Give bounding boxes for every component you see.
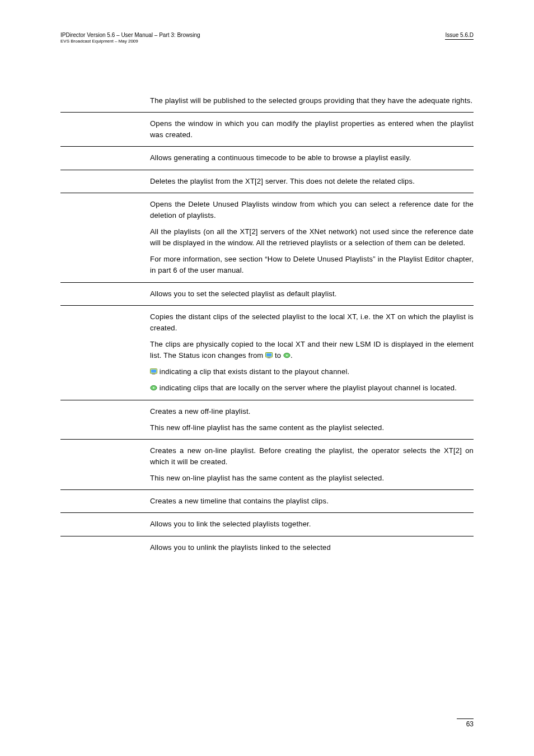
svg-point-9	[153, 388, 154, 389]
row-paragraph: Allows you to link the selected playlist…	[150, 519, 474, 530]
row-paragraph: This new on-line playlist has the same c…	[150, 473, 474, 484]
row-paragraph: All the playlists (on all the XT[2] serv…	[150, 226, 474, 249]
row-paragraph: Opens the Delete Unused Playlists window…	[150, 199, 474, 221]
content-table: The playlist will be published to the se…	[60, 90, 474, 559]
table-row: Opens the Delete Unused Playlists window…	[60, 193, 474, 283]
row-label	[60, 542, 150, 553]
table-row: Deletes the playlist from the XT[2] serv…	[60, 170, 474, 193]
row-description: The playlist will be published to the se…	[150, 95, 474, 106]
disc-icon	[150, 383, 157, 389]
header-product-line1: IPDirector Version 5.6 – User Manual – P…	[60, 31, 200, 39]
row-label	[60, 152, 150, 164]
row-paragraph: indicating a clip that exists distant to…	[150, 366, 474, 377]
disc-icon	[283, 351, 291, 357]
svg-rect-1	[266, 353, 271, 357]
svg-rect-6	[151, 370, 156, 373]
page-footer: 63	[457, 718, 474, 728]
row-paragraph: Creates a new off-line playlist.	[150, 406, 474, 417]
table-row: Allows you to set the selected playlist …	[60, 283, 474, 306]
table-row: Allows you to unlink the playlists linke…	[60, 536, 474, 559]
row-label	[60, 288, 150, 300]
svg-point-4	[286, 354, 288, 356]
row-label	[60, 496, 150, 507]
row-paragraph: This new off-line playlist has the same …	[150, 422, 474, 433]
row-label	[60, 519, 150, 530]
svg-rect-2	[268, 357, 271, 358]
row-label	[60, 95, 150, 106]
table-row: Copies the distant clips of the selected…	[60, 306, 474, 400]
row-description: Opens the window in which you can modify…	[150, 118, 474, 141]
row-paragraph: Copies the distant clips of the selected…	[150, 311, 474, 334]
row-description: Opens the Delete Unused Playlists window…	[150, 199, 474, 277]
svg-rect-7	[152, 374, 156, 375]
row-paragraph: The clips are physically copied to the l…	[150, 339, 474, 361]
row-label	[60, 118, 150, 141]
table-row: Allows you to link the selected playlist…	[60, 513, 474, 536]
table-row: Creates a new off-line playlist.This new…	[60, 400, 474, 440]
header-right: Issue 5.6.D	[445, 31, 474, 44]
row-description: Allows generating a continuous timecode …	[150, 152, 474, 164]
row-paragraph: indicating clips that are locally on the…	[150, 382, 474, 394]
row-description: Creates a new off-line playlist.This new…	[150, 406, 474, 433]
header-left: IPDirector Version 5.6 – User Manual – P…	[60, 31, 200, 44]
row-description: Allows you to set the selected playlist …	[150, 288, 474, 300]
row-label	[60, 406, 150, 433]
row-paragraph: Allows you to set the selected playlist …	[150, 288, 474, 300]
row-paragraph: Allows you to unlink the playlists linke…	[150, 542, 474, 553]
table-row: Opens the window in which you can modify…	[60, 113, 474, 147]
monitor-icon	[265, 352, 273, 358]
row-description: Allows you to link the selected playlist…	[150, 519, 474, 530]
row-paragraph: For more information, see section “How t…	[150, 254, 474, 276]
monitor-icon	[150, 368, 157, 375]
row-paragraph: Creates a new on-line playlist. Before c…	[150, 445, 474, 468]
page-header: IPDirector Version 5.6 – User Manual – P…	[60, 31, 474, 44]
row-paragraph: Allows generating a continuous timecode …	[150, 152, 474, 164]
header-issue: Issue 5.6.D	[445, 31, 474, 40]
row-description: Deletes the playlist from the XT[2] serv…	[150, 176, 474, 187]
row-description: Copies the distant clips of the selected…	[150, 311, 474, 394]
table-row: Creates a new timeline that contains the…	[60, 490, 474, 513]
row-label	[60, 176, 150, 187]
row-label	[60, 199, 150, 277]
row-paragraph: Creates a new timeline that contains the…	[150, 496, 474, 507]
row-paragraph: Opens the window in which you can modify…	[150, 118, 474, 141]
table-row: Allows generating a continuous timecode …	[60, 147, 474, 170]
header-product-line2: EVS Broadcast Equipment – May 2009	[60, 39, 200, 44]
page-number: 63	[457, 718, 474, 728]
row-description: Creates a new timeline that contains the…	[150, 496, 474, 507]
table-row: The playlist will be published to the se…	[60, 90, 474, 113]
row-paragraph: Deletes the playlist from the XT[2] serv…	[150, 176, 474, 187]
row-description: Allows you to unlink the playlists linke…	[150, 542, 474, 553]
row-label	[60, 445, 150, 484]
row-paragraph: The playlist will be published to the se…	[150, 95, 474, 106]
table-row: Creates a new on-line playlist. Before c…	[60, 440, 474, 490]
row-description: Creates a new on-line playlist. Before c…	[150, 445, 474, 484]
row-label	[60, 311, 150, 394]
